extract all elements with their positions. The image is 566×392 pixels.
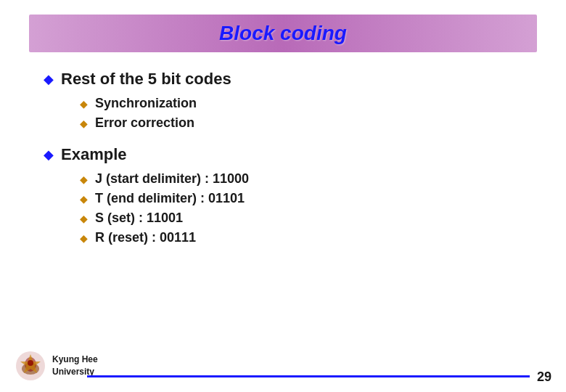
- diamond-sub-icon-4: ◆: [80, 194, 88, 204]
- sub-item-error: ◆ Error correction: [80, 115, 522, 131]
- diamond-icon-1: ◆: [44, 73, 54, 86]
- section-2-label: Example: [61, 145, 127, 164]
- sub-item-j: ◆ J (start delimiter) : 11000: [80, 171, 522, 187]
- s-label: S (set) : 11001: [95, 211, 183, 226]
- main-point-2: ◆ Example: [44, 145, 522, 164]
- title-bar: Block coding: [29, 15, 537, 52]
- diamond-sub-icon-5: ◆: [80, 213, 88, 224]
- slide-title: Block coding: [44, 22, 522, 45]
- r-label: R (reset) : 00111: [95, 230, 196, 245]
- t-label: T (end delimiter) : 01101: [95, 191, 245, 206]
- section-2: ◆ Example ◆ J (start delimiter) : 11000 …: [44, 145, 522, 245]
- content-area: ◆ Rest of the 5 bit codes ◆ Synchronizat…: [29, 70, 537, 245]
- university-line1: Kyung Hee: [52, 354, 98, 366]
- sync-label: Synchronization: [95, 96, 197, 111]
- error-label: Error correction: [95, 115, 194, 131]
- diamond-sub-icon-3: ◆: [80, 174, 88, 184]
- sub-item-sync: ◆ Synchronization: [80, 96, 522, 111]
- sub-item-r: ◆ R (reset) : 00111: [80, 230, 522, 245]
- svg-point-4: [28, 360, 33, 366]
- sub-item-t: ◆ T (end delimiter) : 01101: [80, 191, 522, 206]
- slide: Block coding ◆ Rest of the 5 bit codes ◆…: [0, 0, 566, 392]
- diamond-sub-icon-1: ◆: [80, 99, 88, 109]
- diamond-sub-icon-2: ◆: [80, 118, 88, 128]
- footer-left: Kyung Hee University: [15, 350, 98, 382]
- section-1: ◆ Rest of the 5 bit codes ◆ Synchronizat…: [44, 70, 522, 131]
- page-number: 29: [537, 369, 551, 385]
- section-1-label: Rest of the 5 bit codes: [61, 70, 231, 89]
- j-label: J (start delimiter) : 11000: [95, 171, 249, 187]
- diamond-sub-icon-6: ◆: [80, 233, 88, 243]
- footer-line: [87, 375, 530, 377]
- sub-items-1: ◆ Synchronization ◆ Error correction: [80, 96, 522, 131]
- sub-item-s: ◆ S (set) : 11001: [80, 211, 522, 226]
- university-logo: [15, 350, 46, 382]
- university-name: Kyung Hee University: [52, 354, 98, 378]
- diamond-icon-2: ◆: [44, 148, 54, 161]
- sub-items-2: ◆ J (start delimiter) : 11000 ◆ T (end d…: [80, 171, 522, 245]
- main-point-1: ◆ Rest of the 5 bit codes: [44, 70, 522, 89]
